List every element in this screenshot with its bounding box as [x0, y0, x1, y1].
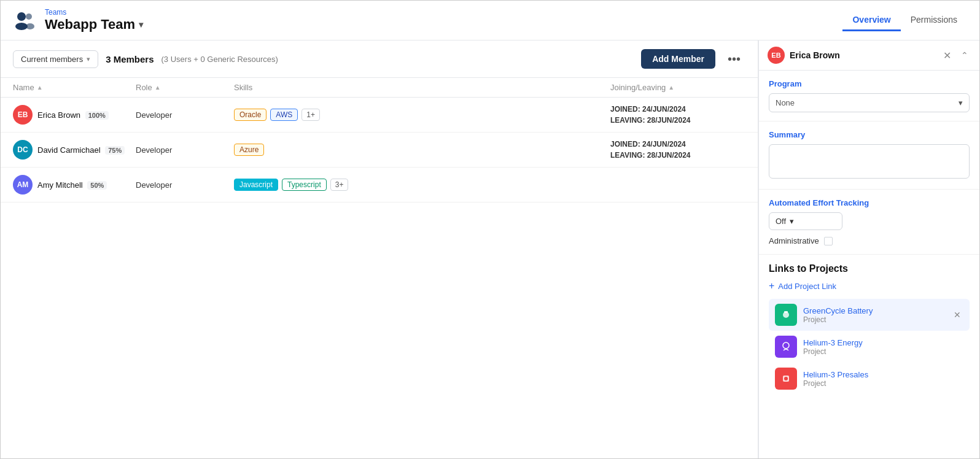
project-type-helium-energy: Project	[803, 347, 963, 356]
skill-azure: Azure	[234, 144, 264, 156]
project-name-helium-presales: Helium-3 Presales	[803, 370, 963, 379]
skill-more-amy[interactable]: 3+	[330, 179, 349, 191]
project-link-greencycle[interactable]: GreenCycle Battery Project ✕	[769, 299, 970, 331]
summary-label: Summary	[769, 130, 970, 139]
breadcrumb: Teams	[45, 8, 143, 17]
skill-aws: AWS	[270, 109, 298, 121]
team-name: Webapp Team	[45, 17, 135, 33]
leaving-date-david: LEAVING: 28/JUN/2024	[610, 151, 745, 160]
program-label: Program	[769, 79, 970, 88]
header: Teams Webapp Team ▾ Overview Permissions	[1, 1, 979, 40]
member-pct-david: 75%	[105, 146, 125, 155]
skill-more-erica[interactable]: 1+	[301, 109, 320, 121]
filter-chevron-icon: ▾	[87, 55, 90, 63]
project-text-helium-energy: Helium-3 Energy Project	[803, 338, 963, 356]
table-header: Name ▲ Role ▲ Skills Joining/Leaving ▲	[1, 78, 758, 98]
project-name-greencycle: GreenCycle Battery	[803, 306, 945, 315]
filter-dropdown[interactable]: Current members ▾	[13, 50, 98, 68]
member-skills-amy: Javascript Typescript 3+	[234, 179, 610, 191]
skill-typescript: Typescript	[282, 179, 327, 191]
effort-row: Off ▾	[769, 212, 970, 230]
member-role-david: Developer	[136, 145, 234, 155]
filter-label: Current members	[21, 55, 83, 64]
right-panel-header: EB Erica Brown ✕ ⌃	[759, 40, 979, 71]
project-icon-helium-energy	[775, 336, 797, 358]
header-title-area: Teams Webapp Team ▾	[45, 8, 143, 33]
effort-select[interactable]: Off ▾	[769, 212, 842, 230]
table-row[interactable]: EB Erica Brown 100% Developer Oracle AWS…	[1, 98, 758, 133]
summary-section: Summary	[759, 122, 979, 190]
title-chevron-icon: ▾	[139, 20, 143, 29]
member-joining-david: JOINED: 24/JUN/2024 LEAVING: 28/JUN/2024	[610, 140, 745, 160]
skill-oracle: Oracle	[234, 109, 266, 121]
svg-point-0	[17, 12, 26, 21]
svg-point-1	[26, 14, 32, 20]
right-panel-avatar: EB	[768, 47, 785, 64]
project-type-helium-presales: Project	[803, 379, 963, 388]
role-sort-icon: ▲	[155, 84, 161, 91]
right-panel: EB Erica Brown ✕ ⌃ Program None ▾ Summar…	[758, 40, 979, 458]
joining-sort-icon: ▲	[668, 84, 674, 91]
project-type-greencycle: Project	[803, 315, 945, 324]
more-options-button[interactable]: •••	[723, 50, 745, 69]
svg-point-8	[784, 377, 788, 380]
name-sort-icon: ▲	[37, 84, 43, 91]
member-skills-david: Azure	[234, 144, 610, 156]
table-row[interactable]: AM Amy Mitchell 50% Developer Javascript…	[1, 168, 758, 202]
app-container: Teams Webapp Team ▾ Overview Permissions…	[0, 0, 980, 459]
joined-date-erica: JOINED: 24/JUN/2024	[610, 105, 745, 114]
member-info-david: DC David Carmichael 75%	[13, 140, 136, 160]
program-select[interactable]: None ▾	[769, 93, 970, 112]
remove-greencycle-button[interactable]: ✕	[951, 309, 963, 321]
tab-permissions[interactable]: Permissions	[901, 10, 967, 31]
member-joining-erica: JOINED: 24/JUN/2024 LEAVING: 28/JUN/2024	[610, 105, 745, 125]
team-title[interactable]: Webapp Team ▾	[45, 17, 143, 33]
svg-rect-5	[784, 311, 788, 313]
member-pct-amy: 50%	[87, 181, 107, 190]
admin-label: Administrative	[769, 236, 819, 245]
leaving-date-erica: LEAVING: 28/JUN/2024	[610, 116, 745, 125]
avatar-erica: EB	[13, 105, 33, 125]
program-section: Program None ▾	[759, 71, 979, 122]
avatar-david: DC	[13, 140, 33, 160]
admin-checkbox[interactable]	[824, 237, 833, 245]
member-name-amy: Amy Mitchell 50%	[37, 180, 107, 190]
member-pct-erica: 100%	[85, 111, 109, 120]
svg-point-3	[26, 23, 34, 29]
svg-point-6	[783, 342, 789, 349]
project-icon-helium-presales	[775, 368, 797, 390]
add-member-button[interactable]: Add Member	[641, 49, 715, 69]
effort-section: Automated Effort Tracking Off ▾ Administ…	[759, 190, 979, 255]
skill-javascript: Javascript	[234, 179, 278, 191]
header-tabs: Overview Permissions	[842, 10, 967, 31]
logo	[13, 8, 37, 33]
column-name[interactable]: Name ▲	[13, 83, 136, 92]
member-role-amy: Developer	[136, 180, 234, 190]
effort-label: Automated Effort Tracking	[769, 198, 970, 207]
project-link-helium-presales[interactable]: Helium-3 Presales Project	[769, 363, 970, 395]
column-joining[interactable]: Joining/Leaving ▲	[610, 83, 745, 92]
table-row[interactable]: DC David Carmichael 75% Developer Azure …	[1, 133, 758, 168]
project-icon-greencycle	[775, 304, 797, 326]
expand-icon[interactable]: ⌃	[959, 49, 971, 61]
member-skills-erica: Oracle AWS 1+	[234, 109, 610, 121]
joined-date-david: JOINED: 24/JUN/2024	[610, 140, 745, 148]
tab-overview[interactable]: Overview	[842, 10, 900, 31]
close-icon[interactable]: ✕	[941, 48, 954, 63]
plus-icon: +	[769, 280, 774, 291]
links-title: Links to Projects	[769, 263, 970, 274]
program-chevron-icon: ▾	[959, 98, 963, 107]
member-role-erica: Developer	[136, 110, 234, 120]
right-panel-member-name: Erica Brown	[790, 50, 936, 60]
member-count: 3 Members	[106, 54, 154, 64]
project-text-greencycle: GreenCycle Battery Project	[803, 306, 945, 324]
add-project-link-button[interactable]: + Add Project Link	[769, 280, 970, 291]
column-role[interactable]: Role ▲	[136, 83, 234, 92]
summary-input[interactable]	[769, 144, 970, 179]
member-count-detail: (3 Users + 0 Generic Resources)	[161, 55, 278, 64]
member-info-erica: EB Erica Brown 100%	[13, 105, 136, 125]
effort-chevron-icon: ▾	[790, 217, 794, 226]
project-link-helium-energy[interactable]: Helium-3 Energy Project	[769, 331, 970, 363]
left-panel: Current members ▾ 3 Members (3 Users + 0…	[1, 40, 758, 458]
column-skills: Skills	[234, 83, 610, 92]
